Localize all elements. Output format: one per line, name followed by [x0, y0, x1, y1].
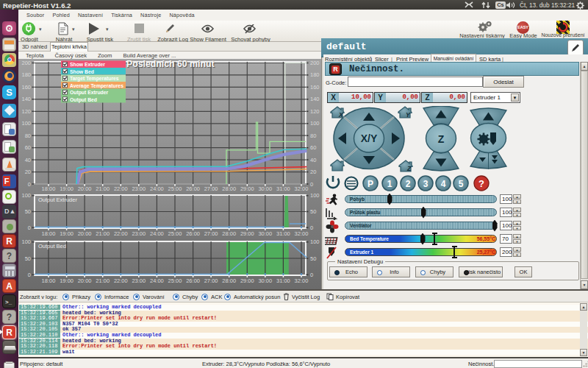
- svg-text:120: 120: [310, 108, 320, 115]
- svg-text:18:00: 18:00: [42, 185, 56, 192]
- svg-text:22:00: 22:00: [114, 185, 128, 192]
- svg-text:100: 100: [310, 192, 320, 199]
- svg-text:31:00: 31:00: [276, 230, 290, 237]
- svg-text:24:00: 24:00: [150, 277, 164, 284]
- svg-text:3: 3: [423, 179, 429, 189]
- svg-text:60: 60: [310, 144, 316, 151]
- svg-text:23:00: 23:00: [132, 230, 146, 237]
- svg-text:29:00: 29:00: [240, 230, 254, 237]
- svg-text:26:00: 26:00: [186, 277, 200, 284]
- svg-text:Posledních 60 minut: Posledních 60 minut: [126, 59, 215, 69]
- svg-text:19:00: 19:00: [60, 185, 74, 192]
- svg-text:22:00: 22:00: [114, 277, 128, 284]
- svg-text:25:00: 25:00: [168, 185, 182, 192]
- svg-text:100: 100: [310, 120, 320, 127]
- svg-text:?: ?: [478, 178, 484, 189]
- svg-text:21:00: 21:00: [96, 277, 110, 284]
- svg-text:Z: Z: [438, 133, 445, 145]
- svg-text:30:00: 30:00: [258, 230, 272, 237]
- svg-text:120: 120: [21, 108, 31, 115]
- svg-text:32:00: 32:00: [295, 230, 309, 237]
- svg-text:22:00: 22:00: [114, 230, 128, 237]
- svg-text:30:00: 30:00: [258, 277, 272, 284]
- svg-text:25:00: 25:00: [168, 277, 182, 284]
- svg-text:27:00: 27:00: [204, 230, 218, 237]
- svg-text:31:00: 31:00: [276, 277, 290, 284]
- svg-text:30:00: 30:00: [258, 185, 272, 192]
- svg-text:Average Temperatures: Average Temperatures: [70, 83, 123, 89]
- svg-text:100: 100: [21, 192, 31, 199]
- svg-text:60: 60: [25, 144, 31, 151]
- svg-text:0: 0: [28, 224, 31, 231]
- svg-text:Output Extruder: Output Extruder: [70, 90, 108, 96]
- svg-text:21:00: 21:00: [96, 230, 110, 237]
- svg-text:160: 160: [21, 84, 31, 91]
- svg-text:0: 0: [310, 181, 313, 188]
- svg-text:Show Bed: Show Bed: [70, 69, 94, 74]
- svg-text:50: 50: [25, 255, 31, 262]
- svg-text:Z: Z: [406, 165, 412, 172]
- svg-text:100: 100: [21, 120, 31, 127]
- svg-text:32:00: 32:00: [295, 185, 309, 192]
- svg-text:27:00: 27:00: [204, 185, 218, 192]
- svg-text:28:00: 28:00: [222, 185, 236, 192]
- svg-text:20: 20: [310, 169, 316, 175]
- svg-text:0: 0: [310, 272, 313, 278]
- svg-text:21:00: 21:00: [96, 185, 110, 192]
- svg-text:X/Y: X/Y: [361, 132, 378, 144]
- svg-text:180: 180: [21, 71, 31, 78]
- svg-text:Output Bed: Output Bed: [38, 243, 66, 250]
- svg-text:19:00: 19:00: [60, 277, 74, 284]
- svg-text:24:00: 24:00: [150, 185, 164, 192]
- svg-text:Target Temperatures: Target Temperatures: [70, 76, 119, 82]
- svg-text:26:00: 26:00: [186, 230, 200, 237]
- svg-text:160: 160: [310, 84, 320, 91]
- svg-text:24:00: 24:00: [150, 230, 164, 237]
- svg-text:20: 20: [25, 169, 31, 175]
- svg-text:20:00: 20:00: [78, 230, 92, 237]
- svg-text:26:00: 26:00: [186, 185, 200, 192]
- svg-text:Output Extruder: Output Extruder: [38, 197, 77, 203]
- svg-text:20:00: 20:00: [78, 185, 92, 192]
- svg-text:40: 40: [310, 157, 316, 163]
- svg-text:200: 200: [310, 60, 320, 66]
- svg-text:31:00: 31:00: [276, 185, 290, 192]
- svg-text:0: 0: [310, 224, 313, 231]
- svg-text:200: 200: [21, 60, 31, 66]
- svg-text:80: 80: [25, 132, 31, 139]
- svg-text:28:00: 28:00: [222, 230, 236, 237]
- svg-text:50: 50: [25, 208, 31, 215]
- svg-text:5: 5: [459, 179, 464, 189]
- svg-text:0: 0: [28, 181, 31, 188]
- svg-text:Output Bed: Output Bed: [70, 97, 97, 103]
- svg-text:50: 50: [310, 208, 316, 215]
- svg-text:0: 0: [28, 272, 31, 278]
- svg-text:25:00: 25:00: [168, 230, 182, 237]
- svg-text:100: 100: [310, 238, 320, 245]
- svg-text:29:00: 29:00: [240, 185, 254, 192]
- svg-text:20:00: 20:00: [78, 277, 92, 284]
- svg-text:1: 1: [387, 179, 392, 189]
- svg-text:180: 180: [310, 71, 320, 78]
- svg-text:100: 100: [21, 238, 31, 245]
- svg-text:P: P: [368, 179, 373, 189]
- svg-text:18:00: 18:00: [42, 230, 56, 237]
- svg-text:27:00: 27:00: [204, 277, 218, 284]
- svg-text:80: 80: [310, 132, 316, 139]
- svg-text:140: 140: [310, 96, 320, 102]
- svg-text:29:00: 29:00: [240, 277, 254, 284]
- svg-text:50: 50: [310, 255, 316, 262]
- svg-text:32:00: 32:00: [295, 277, 309, 284]
- svg-text:18:00: 18:00: [42, 277, 56, 284]
- svg-text:2: 2: [406, 179, 411, 189]
- svg-text:23:00: 23:00: [132, 185, 146, 192]
- svg-text:140: 140: [21, 96, 31, 102]
- svg-text:19:00: 19:00: [60, 230, 74, 237]
- svg-text:4: 4: [441, 179, 446, 189]
- svg-text:28:00: 28:00: [222, 277, 236, 284]
- svg-text:23:00: 23:00: [132, 277, 146, 284]
- svg-text:Show Extruder: Show Extruder: [70, 62, 105, 67]
- svg-text:40: 40: [25, 157, 31, 163]
